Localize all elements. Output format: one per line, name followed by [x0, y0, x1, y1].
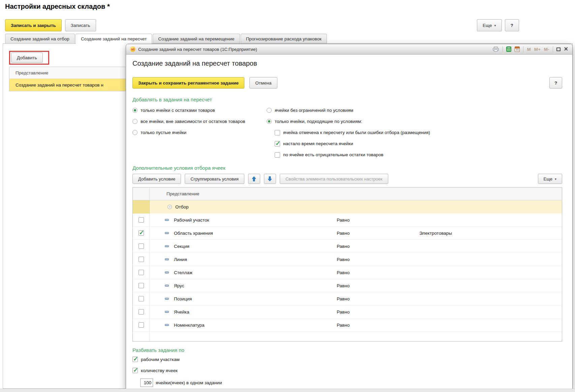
condition-value[interactable] — [419, 266, 562, 279]
condition-checkbox[interactable] — [139, 230, 144, 236]
radio-label: ячейки без ограничений по условиям — [275, 108, 353, 113]
checkbox-icon[interactable] — [275, 141, 280, 146]
condition-row-work-area[interactable]: Рабочий участок Равно — [133, 214, 562, 227]
condition-comparison[interactable]: Равно — [337, 319, 419, 331]
cells-per-task-input[interactable] — [140, 379, 153, 387]
tab-create-movement-tasks[interactable]: Создание заданий на перемещение — [153, 34, 240, 43]
condition-item-icon — [165, 245, 169, 247]
condition-checkbox[interactable] — [139, 296, 144, 301]
checkbox-recount-time[interactable]: настало время пересчета ячейки — [275, 138, 562, 149]
condition-comparison[interactable]: Равно — [337, 305, 419, 318]
condition-row-position[interactable]: Позиция Равно — [133, 292, 562, 305]
condition-row-tier[interactable]: Ярус Равно — [133, 279, 562, 292]
move-down-button[interactable] — [264, 174, 276, 184]
annotation-highlight-box — [9, 51, 49, 65]
save-and-close-button[interactable]: Записать и закрыть — [5, 19, 62, 31]
tab-create-picking-tasks[interactable]: Создание заданий на отбор — [5, 34, 75, 43]
cells-per-task-row: ячейки(ячеек) в одном задании — [140, 378, 562, 387]
help-button[interactable]: ? — [505, 19, 519, 31]
condition-comparison[interactable]: Равно — [337, 227, 419, 239]
condition-comparison[interactable]: Равно — [337, 253, 419, 266]
condition-item-icon — [165, 258, 169, 260]
condition-row-cell[interactable]: Ячейка Равно — [133, 305, 562, 319]
condition-value[interactable] — [419, 214, 562, 226]
condition-checkbox[interactable] — [139, 322, 144, 328]
printer-icon[interactable] — [492, 46, 499, 52]
condition-row-nomenclature[interactable]: Номенклатура Равно — [133, 319, 562, 332]
condition-row-line[interactable]: Линия Равно — [133, 253, 562, 266]
tab-create-recount-tasks[interactable]: Создание заданий на пересчет — [75, 34, 152, 44]
calculator-icon[interactable] — [506, 46, 511, 52]
condition-value[interactable] — [419, 253, 562, 266]
checkbox-label: количеству ячеек — [141, 368, 178, 373]
conditions-table-empty-area — [133, 332, 562, 341]
dialog-titlebar-text: Создание заданий на пересчет товаров (1С… — [138, 47, 257, 52]
condition-name: Рабочий участок — [174, 218, 209, 223]
chevron-down-icon: ▾ — [555, 177, 556, 181]
condition-value[interactable]: Электротовары — [419, 227, 562, 239]
condition-comparison[interactable]: Равно — [337, 292, 419, 305]
condition-checkbox[interactable] — [139, 283, 144, 288]
condition-checkbox[interactable] — [139, 243, 144, 249]
condition-name: Ярус — [174, 283, 184, 288]
condition-value[interactable] — [419, 319, 562, 331]
radio-label: только ячейки с остатками товаров — [141, 108, 215, 113]
condition-value[interactable] — [419, 305, 562, 318]
radio-icon[interactable] — [132, 108, 138, 113]
condition-item-icon — [165, 219, 169, 221]
radio-cells-matching-conditions[interactable]: только ячейки, подходящие по условиям: — [267, 116, 562, 127]
dialog-titlebar[interactable]: 1С Создание заданий на пересчет товаров … — [126, 44, 572, 55]
conditions-more-button[interactable]: Еще ▾ — [538, 174, 562, 184]
tab-packaging-forecast[interactable]: Прогнозирование расхода упаковок — [241, 34, 327, 43]
group-conditions-button[interactable]: Сгруппировать условия — [185, 174, 244, 184]
radio-icon[interactable] — [132, 119, 138, 124]
condition-row-rack[interactable]: Стеллаж Равно — [133, 266, 562, 279]
save-button[interactable]: Записать — [65, 19, 96, 31]
maximize-icon[interactable] — [556, 47, 561, 51]
dialog-help-button[interactable]: ? — [549, 77, 562, 89]
condition-comparison[interactable]: Равно — [337, 240, 419, 253]
condition-value[interactable] — [419, 292, 562, 305]
checkbox-negative-stock[interactable]: по ячейке есть отрицательные остатки тов… — [275, 149, 562, 160]
condition-checkbox[interactable] — [139, 217, 144, 223]
condition-comparison[interactable]: Равно — [337, 266, 419, 279]
radio-all-cells[interactable]: все ячейки, вне зависимости от остатков … — [132, 116, 267, 127]
calendar-icon[interactable]: 31 — [515, 46, 520, 52]
condition-value[interactable] — [419, 279, 562, 292]
checkbox-marked-or-errors[interactable]: ячейка отмечена к пересчету или были оши… — [275, 127, 562, 138]
more-button[interactable]: Еще ▾ — [477, 19, 502, 31]
collapse-group-icon[interactable] — [168, 205, 172, 209]
checkbox-icon[interactable] — [275, 152, 280, 158]
checkbox-split-by-cell-count[interactable]: количеству ячеек — [132, 367, 562, 374]
condition-checkbox[interactable] — [139, 257, 144, 262]
condition-comparison[interactable]: Равно — [337, 214, 419, 226]
checkbox-icon[interactable] — [132, 368, 138, 373]
add-condition-button[interactable]: Добавить условие — [132, 174, 181, 184]
condition-checkbox[interactable] — [139, 309, 144, 315]
checkbox-icon[interactable] — [132, 357, 138, 362]
condition-checkbox[interactable] — [139, 270, 144, 275]
representation-column-header[interactable]: Представление — [150, 188, 562, 200]
close-icon[interactable]: ✕ — [564, 46, 568, 52]
memory-m-plus-button[interactable]: M+ — [534, 47, 541, 52]
condition-row-section[interactable]: Секция Равно — [133, 240, 562, 253]
checkbox-split-by-work-areas[interactable]: рабочим участкам — [132, 356, 562, 363]
radio-empty-cells-only[interactable]: только пустые ячейки — [132, 127, 267, 138]
cancel-button[interactable]: Отмена — [249, 77, 277, 89]
radio-icon[interactable] — [267, 119, 272, 124]
move-up-button[interactable] — [248, 174, 260, 184]
radio-icon[interactable] — [267, 108, 272, 113]
more-button-label: Еще — [544, 176, 552, 182]
condition-value[interactable] — [419, 240, 562, 253]
radio-cells-with-stock[interactable]: только ячейки с остатками товаров — [132, 105, 267, 116]
filter-group-row[interactable]: Отбор — [133, 200, 562, 214]
memory-m-minus-button[interactable]: M- — [544, 47, 549, 52]
close-and-save-schedule-button[interactable]: Закрыть и сохранить регламентное задание — [132, 77, 244, 89]
condition-comparison[interactable]: Равно — [337, 279, 419, 292]
memory-m-button[interactable]: M — [527, 47, 531, 52]
radio-icon[interactable] — [132, 130, 138, 135]
checkbox-icon[interactable] — [275, 130, 280, 135]
radio-cells-no-conditions[interactable]: ячейки без ограничений по условиям — [267, 105, 562, 116]
condition-row-storage-area[interactable]: Область хранения Равно Электротовары — [133, 227, 562, 240]
checkbox-column-header — [133, 188, 150, 200]
